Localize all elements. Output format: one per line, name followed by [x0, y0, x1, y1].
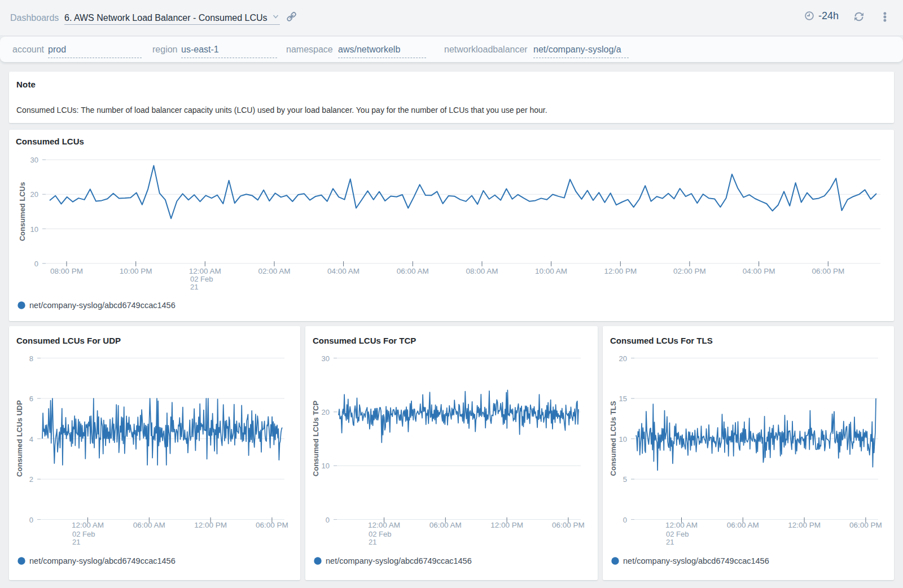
svg-text:06:00 AM: 06:00 AM — [133, 521, 165, 529]
svg-text:15: 15 — [619, 394, 627, 403]
svg-text:20: 20 — [30, 190, 38, 199]
svg-text:02 Feb: 02 Feb — [72, 530, 95, 538]
svg-text:Consumed LCUs TCP: Consumed LCUs TCP — [312, 401, 320, 477]
svg-text:2: 2 — [29, 475, 33, 484]
svg-text:20: 20 — [322, 408, 330, 416]
svg-text:02 Feb: 02 Feb — [666, 530, 689, 538]
svg-text:Consumed LCUs TLS: Consumed LCUs TLS — [609, 401, 617, 476]
svg-text:Consumed LCUs For TLS: Consumed LCUs For TLS — [610, 336, 713, 345]
svg-text:0: 0 — [326, 516, 330, 524]
svg-text:6: 6 — [29, 394, 33, 403]
svg-text:12:00 AM: 12:00 AM — [368, 521, 400, 529]
svg-text:08:00 AM: 08:00 AM — [466, 267, 498, 275]
svg-text:0: 0 — [623, 516, 627, 524]
svg-text:21: 21 — [72, 538, 80, 546]
svg-text:Consumed LCUs: Consumed LCUs — [18, 182, 27, 242]
svg-text:0: 0 — [29, 516, 33, 524]
svg-text:8: 8 — [29, 354, 33, 363]
svg-text:30: 30 — [30, 156, 38, 164]
svg-text:21: 21 — [190, 283, 198, 291]
svg-text:02 Feb: 02 Feb — [190, 275, 213, 283]
svg-text:10: 10 — [619, 435, 627, 444]
svg-text:Consumed LCUs UDP: Consumed LCUs UDP — [15, 400, 24, 477]
svg-text:06:00 PM: 06:00 PM — [552, 521, 585, 529]
svg-text:12:00 AM: 12:00 AM — [189, 267, 221, 275]
svg-text:20: 20 — [619, 354, 627, 363]
svg-text:Consumed LCUs For UDP: Consumed LCUs For UDP — [16, 336, 121, 345]
svg-text:10:00 PM: 10:00 PM — [120, 267, 152, 275]
svg-text:net/company-syslog/abcd6749cca: net/company-syslog/abcd6749ccac1456 — [623, 556, 769, 565]
svg-text:0: 0 — [34, 260, 38, 268]
svg-text:06:00 AM: 06:00 AM — [727, 521, 759, 529]
svg-text:12:00 PM: 12:00 PM — [194, 521, 227, 529]
svg-text:Consumed LCUs For TCP: Consumed LCUs For TCP — [313, 336, 416, 345]
svg-text:02 Feb: 02 Feb — [369, 530, 391, 538]
svg-text:5: 5 — [623, 475, 627, 484]
svg-text:02:00 AM: 02:00 AM — [258, 267, 290, 275]
svg-text:06:00 PM: 06:00 PM — [849, 521, 882, 529]
svg-text:21: 21 — [666, 538, 674, 546]
svg-text:06:00 PM: 06:00 PM — [812, 267, 844, 275]
svg-text:12:00 PM: 12:00 PM — [490, 521, 523, 529]
svg-text:net/company-syslog/abcd6749cca: net/company-syslog/abcd6749ccac1456 — [326, 556, 472, 565]
svg-text:10:00 AM: 10:00 AM — [535, 267, 567, 275]
svg-text:Consumed LCUs: Consumed LCUs — [16, 137, 84, 146]
svg-text:06:00 AM: 06:00 AM — [397, 267, 429, 275]
svg-text:12:00 PM: 12:00 PM — [788, 521, 821, 529]
svg-text:06:00 PM: 06:00 PM — [256, 521, 288, 529]
svg-text:04:00 PM: 04:00 PM — [743, 267, 775, 275]
svg-text:08:00 PM: 08:00 PM — [50, 267, 83, 275]
svg-text:06:00 AM: 06:00 AM — [429, 521, 462, 529]
svg-text:04:00 AM: 04:00 AM — [327, 267, 360, 275]
svg-text:net/company-syslog/abcd6749cca: net/company-syslog/abcd6749ccac1456 — [29, 301, 176, 310]
svg-text:30: 30 — [322, 354, 330, 363]
svg-text:02:00 PM: 02:00 PM — [673, 267, 706, 275]
svg-text:12:00 AM: 12:00 AM — [665, 521, 698, 529]
svg-text:10: 10 — [322, 462, 330, 470]
svg-text:10: 10 — [30, 225, 38, 234]
svg-text:4: 4 — [29, 435, 33, 444]
svg-text:12:00 AM: 12:00 AM — [72, 521, 104, 529]
svg-text:12:00 PM: 12:00 PM — [604, 267, 637, 275]
svg-text:21: 21 — [369, 538, 376, 546]
svg-text:net/company-syslog/abcd6749cca: net/company-syslog/abcd6749ccac1456 — [29, 556, 176, 565]
